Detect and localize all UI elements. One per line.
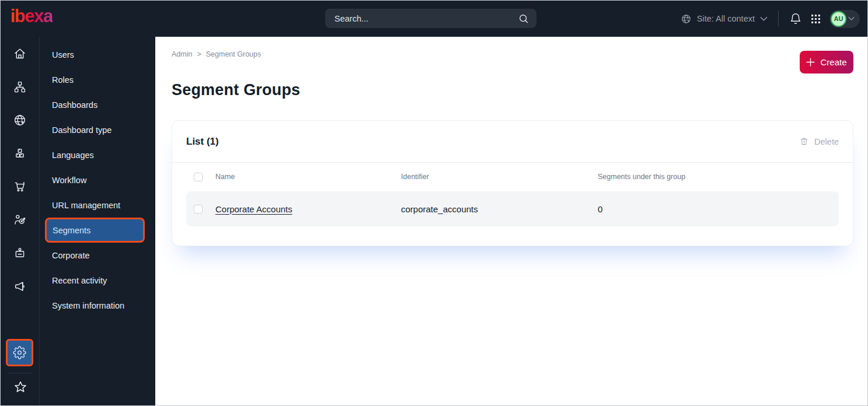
sidebar-item-label: Languages [52, 150, 94, 160]
sidebar-item-system-information[interactable]: System information [40, 293, 155, 318]
column-header-segments: Segments under this group [598, 173, 839, 181]
sidebar-item-label: System information [52, 301, 124, 310]
select-all-checkbox[interactable] [194, 173, 203, 181]
search-input[interactable] [334, 14, 512, 23]
breadcrumb-segment-groups: Segment Groups [206, 50, 262, 58]
home-icon[interactable] [13, 47, 27, 61]
table-header-row: Name Identifier Segments under this grou… [186, 165, 839, 188]
sidebar-item-label: Corporate [52, 251, 89, 260]
topbar: ibexa Site: All context [1, 1, 867, 37]
sidebar-item-label: Users [52, 50, 74, 60]
main-content: Admin > Segment Groups Segment Groups Cr… [155, 37, 867, 405]
content-tree-icon[interactable] [13, 80, 27, 94]
products-boxes-icon[interactable] [13, 146, 27, 160]
sidebar-item-label: Dashboards [52, 100, 97, 110]
sidebar-item-languages[interactable]: Languages [40, 142, 155, 167]
site-globe-cursor-icon[interactable] [13, 113, 27, 127]
settings-gear-icon [13, 346, 26, 359]
sidebar-item-users[interactable]: Users [40, 42, 155, 67]
segment-group-count: 0 [598, 204, 839, 214]
sidebar-item-url-management[interactable]: URL management [40, 192, 155, 218]
breadcrumb: Admin > Segment Groups [172, 50, 261, 58]
sidebar-item-admin-settings[interactable] [6, 339, 33, 366]
topbar-divider [778, 11, 779, 26]
search-icon[interactable] [518, 13, 529, 24]
breadcrumb-admin[interactable]: Admin [172, 50, 192, 58]
list-card-header: List (1) Delete [172, 121, 853, 163]
site-globe-icon [681, 13, 692, 24]
admin-sidebar-menu: UsersRolesDashboardsDashboard typeLangua… [40, 37, 155, 405]
avatar: AU [831, 11, 846, 27]
sidebar-item-label: Workflow [52, 176, 86, 185]
campaigns-megaphone-icon[interactable] [13, 279, 27, 293]
chevron-down-icon [848, 16, 855, 21]
notifications-button[interactable] [789, 12, 802, 25]
row-checkbox[interactable] [194, 205, 203, 214]
bell-icon [789, 12, 802, 25]
column-header-identifier: Identifier [401, 173, 598, 181]
table-row[interactable]: Corporate Accounts corporate_accounts 0 [186, 191, 839, 226]
sidebar-item-label: Dashboard type [52, 125, 111, 135]
user-menu[interactable]: AU [829, 10, 860, 28]
segment-groups-list-card: List (1) Delete Name Identifier Segments… [172, 120, 853, 246]
corporate-badge-icon[interactable] [13, 246, 27, 260]
sidebar-item-label: Recent activity [52, 276, 107, 285]
column-header-name: Name [215, 173, 401, 181]
sidebar-item-corporate[interactable]: Corporate [40, 243, 155, 268]
sidebar-item-label: Segments [53, 226, 90, 235]
sidebar-item-segments[interactable]: Segments [45, 218, 145, 243]
app-grid-button[interactable] [810, 13, 822, 25]
topbar-right-cluster: Site: All context A [681, 1, 860, 37]
trash-icon [799, 136, 809, 146]
site-context-selector[interactable]: Site: All context [681, 13, 768, 24]
sidebar-item-recent-activity[interactable]: Recent activity [40, 268, 155, 293]
global-search[interactable] [325, 9, 536, 28]
create-button-label: Create [820, 57, 846, 67]
segment-group-identifier: corporate_accounts [401, 204, 598, 214]
grid-dots-icon [810, 13, 822, 25]
sidebar-item-dashboards[interactable]: Dashboards [40, 92, 155, 117]
sidebar-item-label: Roles [52, 75, 74, 85]
delete-button[interactable]: Delete [799, 136, 839, 146]
customers-target-icon[interactable] [13, 213, 27, 227]
cart-icon[interactable] [13, 180, 27, 194]
chevron-down-icon [760, 16, 768, 22]
favorites-star-icon[interactable] [13, 380, 28, 395]
breadcrumb-separator: > [197, 50, 201, 58]
primary-icon-rail [1, 37, 40, 405]
sidebar-item-roles[interactable]: Roles [40, 67, 155, 92]
plus-icon [806, 58, 815, 66]
create-button[interactable]: Create [800, 51, 853, 74]
ibexa-admin-screen: ibexa Site: All context [0, 0, 868, 406]
segment-group-link[interactable]: Corporate Accounts [215, 204, 401, 214]
sidebar-item-workflow[interactable]: Workflow [40, 167, 155, 192]
delete-button-label: Delete [814, 137, 839, 146]
site-context-label: Site: All context [697, 14, 755, 23]
sidebar-item-label: URL management [52, 201, 120, 210]
sidebar-item-dashboard-type[interactable]: Dashboard type [40, 117, 155, 142]
list-title: List (1) [186, 136, 219, 148]
rail-divider [8, 373, 32, 373]
ibexa-logo[interactable]: ibexa [11, 6, 53, 27]
page-title: Segment Groups [172, 81, 300, 99]
